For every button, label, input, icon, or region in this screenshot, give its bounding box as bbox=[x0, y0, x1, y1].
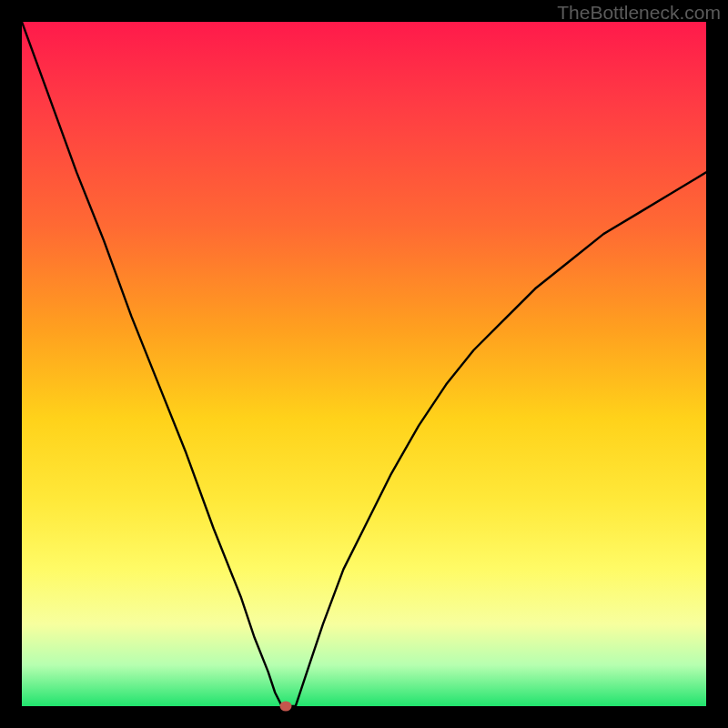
plot-area bbox=[22, 22, 706, 706]
watermark-text: TheBottleneck.com bbox=[557, 2, 721, 24]
bottleneck-curve bbox=[22, 22, 706, 706]
optimum-marker bbox=[279, 702, 291, 712]
curve-path bbox=[22, 22, 706, 706]
chart-frame: TheBottleneck.com bbox=[0, 0, 728, 728]
